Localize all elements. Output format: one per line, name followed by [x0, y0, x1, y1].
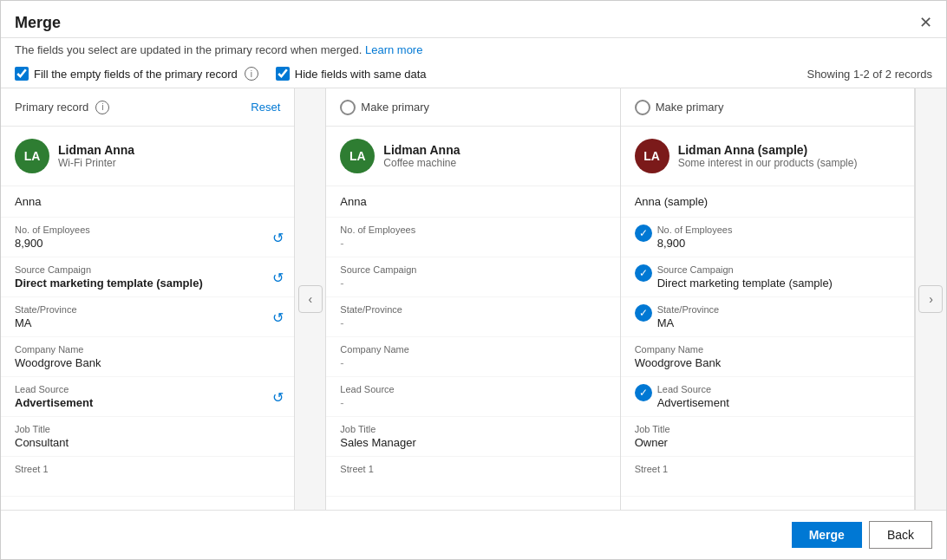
col2-record-header: LA Lidman Anna Coffee machine [326, 127, 619, 186]
nav-left-col: ‹ [295, 88, 326, 510]
col3-field-1: ✓ Source Campaign Direct marketing templ… [621, 257, 914, 297]
fill-empty-checkbox-group: Fill the empty fields of the primary rec… [15, 67, 258, 81]
field-label: Company Name [15, 344, 280, 355]
fill-empty-checkbox[interactable] [15, 67, 29, 81]
learn-more-link[interactable]: Learn more [365, 43, 422, 56]
dialog-subtitle: The fields you select are updated in the… [1, 38, 946, 60]
hide-same-checkbox[interactable] [276, 67, 290, 81]
field-value: Woodgrove Bank [15, 356, 280, 369]
col3-record-sub: Some interest in our products (sample) [678, 157, 858, 169]
showing-label: Showing 1-2 of 2 records [807, 68, 932, 81]
col3-field-6: Street 1 [621, 457, 914, 497]
restore-button-0[interactable]: ↺ [272, 229, 284, 245]
field-label: Job Title [15, 424, 280, 434]
col2-radio[interactable] [340, 100, 356, 115]
col2-field-5: Job Title Sales Manager [326, 417, 619, 457]
primary-record-sub: Wi-Fi Printer [58, 157, 134, 169]
col2-header-label: Make primary [361, 101, 429, 114]
col3-column: Make primary LA Lidman Anna (sample) Som… [621, 88, 915, 510]
dialog-title: Merge [15, 14, 61, 32]
check-icon-2: ✓ [635, 304, 652, 322]
col2-field-0: No. of Employees - [326, 218, 619, 257]
columns-wrapper: Primary record i Reset LA Lidman Anna Wi… [1, 88, 946, 510]
field-value: MA [15, 316, 259, 329]
col3-first-name: Anna (sample) [621, 186, 914, 218]
dialog-footer: Merge Back [1, 510, 946, 559]
col2-field-3: Company Name - [326, 337, 619, 377]
col3-record-name: Lidman Anna (sample) [678, 143, 858, 157]
col2-record-sub: Coffee machine [383, 157, 460, 169]
col2-record-name: Lidman Anna [383, 143, 460, 157]
field-label: Source Campaign [15, 264, 259, 275]
col2-column: Make primary LA Lidman Anna Coffee machi… [326, 88, 620, 510]
col2-avatar: LA [340, 139, 375, 173]
field-value: 8,900 [15, 237, 259, 250]
primary-record-header: LA Lidman Anna Wi-Fi Printer [1, 127, 294, 186]
primary-avatar: LA [15, 139, 49, 173]
col3-header: Make primary [621, 88, 914, 127]
col2-field-2: State/Province - [326, 297, 619, 337]
reset-link[interactable]: Reset [251, 101, 280, 114]
primary-column: Primary record i Reset LA Lidman Anna Wi… [1, 88, 295, 510]
restore-button-1[interactable]: ↺ [272, 269, 284, 285]
dialog-header: Merge ✕ [1, 1, 946, 38]
field-label: State/Province [15, 304, 259, 315]
col2-field-6: Street 1 [326, 457, 619, 497]
field-label: No. of Employees [15, 225, 259, 235]
nav-right-col: › [915, 88, 946, 510]
primary-col-header: Primary record i Reset [1, 88, 294, 127]
fill-empty-label: Fill the empty fields of the primary rec… [34, 68, 238, 81]
col2-field-4: Lead Source - [326, 377, 619, 417]
col3-field-3: Company Name Woodgrove Bank [621, 337, 914, 377]
col2-first-name: Anna [326, 186, 619, 218]
col3-field-0: ✓ No. of Employees 8,900 [621, 218, 914, 257]
col3-avatar: LA [635, 139, 669, 173]
restore-button-4[interactable]: ↺ [272, 388, 284, 405]
nav-right-button[interactable]: › [918, 285, 943, 313]
fill-empty-info-icon: i [245, 67, 258, 81]
primary-first-name: Anna [1, 186, 294, 218]
restore-button-2[interactable]: ↺ [272, 309, 284, 325]
col3-field-4: ✓ Lead Source Advertisement [621, 377, 914, 417]
col3-radio[interactable] [635, 100, 650, 115]
close-button[interactable]: ✕ [919, 13, 932, 32]
primary-field-5: Job Title Consultant [1, 417, 294, 457]
merge-button[interactable]: Merge [792, 522, 862, 548]
back-button[interactable]: Back [869, 521, 932, 549]
field-value: Consultant [15, 436, 280, 449]
hide-same-label: Hide fields with same data [295, 68, 427, 81]
primary-field-0: No. of Employees 8,900 ↺ [1, 218, 294, 257]
col3-field-2: ✓ State/Province MA [621, 297, 914, 337]
primary-record-label: Primary record [15, 101, 88, 114]
col2-field-1: Source Campaign - [326, 257, 619, 297]
col3-record-header: LA Lidman Anna (sample) Some interest in… [621, 127, 914, 186]
primary-field-3: Company Name Woodgrove Bank [1, 337, 294, 377]
toolbar: Fill the empty fields of the primary rec… [1, 60, 946, 88]
field-label: Street 1 [15, 464, 280, 474]
field-label: Lead Source [15, 384, 259, 394]
check-icon-0: ✓ [635, 225, 652, 242]
primary-record-name: Lidman Anna [58, 143, 134, 157]
check-icon-4: ✓ [635, 384, 652, 401]
field-value: Direct marketing template (sample) [15, 277, 259, 290]
nav-left-button[interactable]: ‹ [298, 285, 323, 313]
hide-same-checkbox-group: Hide fields with same data [276, 67, 427, 81]
primary-field-1: Source Campaign Direct marketing templat… [1, 257, 294, 297]
primary-field-2: State/Province MA ↺ [1, 297, 294, 337]
field-value [15, 476, 280, 489]
check-icon-1: ✓ [635, 264, 652, 282]
col2-header: Make primary [326, 88, 619, 127]
primary-field-6: Street 1 [1, 457, 294, 497]
col3-field-5: Job Title Owner [621, 417, 914, 457]
primary-field-4: Lead Source Advertisement ↺ [1, 377, 294, 417]
primary-info-icon: i [95, 101, 109, 114]
col3-header-label: Make primary [656, 101, 724, 114]
main-columns: Primary record i Reset LA Lidman Anna Wi… [1, 88, 946, 510]
merge-dialog: Merge ✕ The fields you select are update… [0, 0, 947, 560]
field-value: Advertisement [15, 396, 259, 409]
